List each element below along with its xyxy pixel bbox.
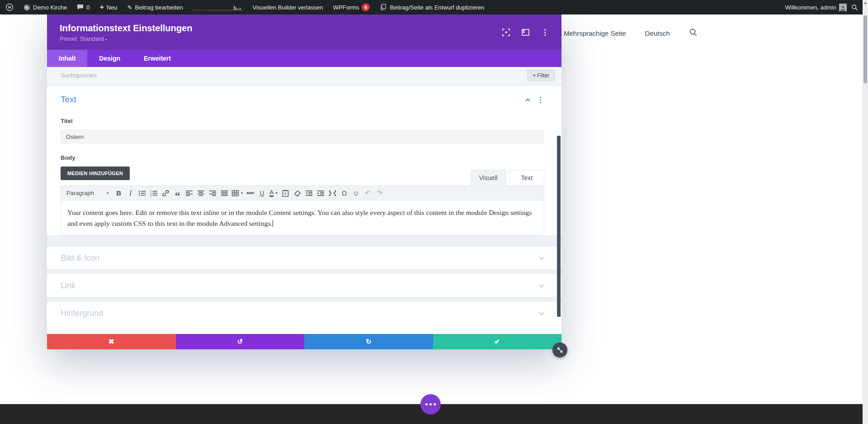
save-button[interactable]: ✔ [433,334,562,349]
paste-as-text-icon[interactable]: T [281,187,291,199]
search-options-input[interactable] [61,72,527,79]
modal-body: Text ⋮ Titel Body MEDIEN HINZUFÜGEN Visu… [47,84,561,334]
comments-count: 0 [86,4,90,11]
tab-design[interactable]: Design [87,50,132,67]
redo-button[interactable]: ↻ [304,334,433,349]
edit-post-menu-item[interactable]: ✎ Beitrag bearbeiten [127,4,183,11]
search-options-row: + Filter [47,67,561,84]
table-icon[interactable]: ▼ [231,187,244,199]
module-settings-modal: Informationstext Einstellungen Preset: S… [47,14,561,349]
focus-mode-icon[interactable] [502,29,510,36]
collapsed-section-label: Link [61,281,75,291]
filter-button[interactable]: + Filter [527,69,555,81]
numbered-list-icon[interactable]: 123 [149,187,159,199]
search-icon[interactable] [851,4,858,11]
format-select[interactable]: Paragraph▼ [65,190,112,196]
exit-visual-builder-menu-item[interactable]: Visuellen Builder verlassen [253,4,323,11]
chevron-down-icon[interactable] [539,310,544,315]
titel-input[interactable] [61,129,544,144]
collapse-section-chevron-up-icon[interactable] [526,98,530,103]
wp-logo-icon[interactable]: W [5,3,14,11]
site-menu-item[interactable]: Demo Kirche [24,4,67,11]
new-content-menu-item[interactable]: + Neu [99,4,117,11]
collapsed-section-link[interactable]: Link [47,274,561,297]
collapsed-section-hintergrund[interactable]: Hintergrund [47,302,561,324]
site-header-nav: Mehrsprachige Seite Deutsch [564,28,698,38]
svg-text:3: 3 [150,195,151,197]
screen: W Demo Kirche 0 + Neu ✎ Beitrag bearbe [0,0,868,424]
layout-panel-icon[interactable] [522,29,529,36]
strikethrough-icon[interactable]: ABC [245,187,255,199]
outdent-icon[interactable] [304,187,314,199]
modal-action-bar: ✖↺↻✔ [47,334,561,349]
fullscreen-icon[interactable] [328,187,338,199]
align-center-icon[interactable] [196,187,206,199]
text-color-icon[interactable]: A▼ [269,187,279,199]
browser-scrollbar-thumb[interactable] [863,15,867,83]
emoji-icon[interactable]: ☺ [351,187,361,199]
avatar [839,4,847,11]
add-media-button[interactable]: MEDIEN HINZUFÜGEN [61,167,130,180]
chevron-down-icon[interactable] [539,255,544,260]
indent-icon[interactable] [316,187,326,199]
modal-scrollbar-thumb[interactable] [557,136,561,317]
site-name: Demo Kirche [33,4,67,11]
site-icon [24,4,30,11]
link-icon[interactable] [161,187,171,199]
wpforms-label: WPForms [333,4,359,11]
nav-item-deutsch[interactable]: Deutsch [645,29,670,37]
redo-icon[interactable]: ↷ [375,187,385,199]
tab-inhalt[interactable]: Inhalt [47,50,87,67]
italic-icon[interactable]: I [126,187,136,199]
undo-icon[interactable]: ↶ [363,187,373,199]
pencil-icon: ✎ [127,4,132,11]
nav-item-mehrsprachige-seite[interactable]: Mehrsprachige Seite [564,29,626,37]
expand-settings-dots-button[interactable] [420,394,441,414]
text-section: Text ⋮ Titel Body MEDIEN HINZUFÜGEN Visu… [47,86,561,235]
align-right-icon[interactable] [208,187,218,199]
discard-button[interactable]: ✖ [47,334,176,349]
editor-toolbar: Paragraph▼BI123“▼ABCUA▼TΩ☺↶↷ [61,186,544,200]
special-char-icon[interactable]: Ω [340,187,349,199]
modal-resize-handle[interactable] [552,343,567,357]
duplicate-post-menu-item[interactable]: Beitrag/Seite als Entwurf duplizieren [380,4,484,11]
bold-icon[interactable]: B [114,187,124,199]
blockquote-icon[interactable]: “ [173,187,183,199]
comments-menu-item[interactable]: 0 [77,4,90,11]
text-cursor [273,220,273,227]
wp-admin-bar: W Demo Kirche 0 + Neu ✎ Beitrag bearbe [0,0,868,14]
text-section-title[interactable]: Text [61,95,76,105]
duplicate-label: Beitrag/Seite als Entwurf duplizieren [390,4,484,11]
titel-field-label: Titel [61,118,544,124]
site-search-icon[interactable] [689,28,698,38]
editor-tab-visuell[interactable]: Visuell [471,170,506,186]
editor-tab-text[interactable]: Text [509,170,544,186]
modal-title: Informationstext Einstellungen [60,23,192,34]
collapsed-section-label: Hintergrund [61,309,103,318]
scroll-up-arrow-icon[interactable] [864,2,867,4]
undo-button[interactable]: ↺ [176,334,305,349]
wpforms-menu-item[interactable]: WPForms 6 [333,3,370,11]
clear-formatting-icon[interactable] [292,187,302,199]
chevron-down-icon[interactable] [539,282,544,287]
modal-options-kebab-icon[interactable]: ⋮ [541,29,549,36]
justify-icon[interactable] [220,187,230,199]
account-menu-item[interactable]: Willkommen, admin [785,4,847,11]
collapsed-section-label: Bild & Icon [61,253,99,263]
bullet-list-icon[interactable] [137,187,147,199]
section-options-kebab-icon[interactable]: ⋮ [537,96,544,104]
preset-dropdown[interactable]: Preset: Standard▾ [60,35,192,42]
underline-icon[interactable]: U [257,187,267,199]
align-left-icon[interactable] [184,187,194,199]
editor-content-area[interactable]: Your content goes here. Edit or remove t… [61,200,544,235]
comment-bubble-icon [77,4,84,10]
wpforms-badge: 6 [362,3,370,11]
browser-scrollbar[interactable] [863,0,868,424]
tab-erweitert[interactable]: Erweitert [132,50,183,67]
body-field-label: Body [61,154,544,161]
collapsed-section-bild-icon[interactable]: Bild & Icon [47,247,561,269]
section-separator [47,269,561,274]
new-label: Neu [107,4,118,11]
editor-content-text: Your content goes here. Edit or remove t… [67,209,532,227]
stats-sparkline [193,4,243,10]
